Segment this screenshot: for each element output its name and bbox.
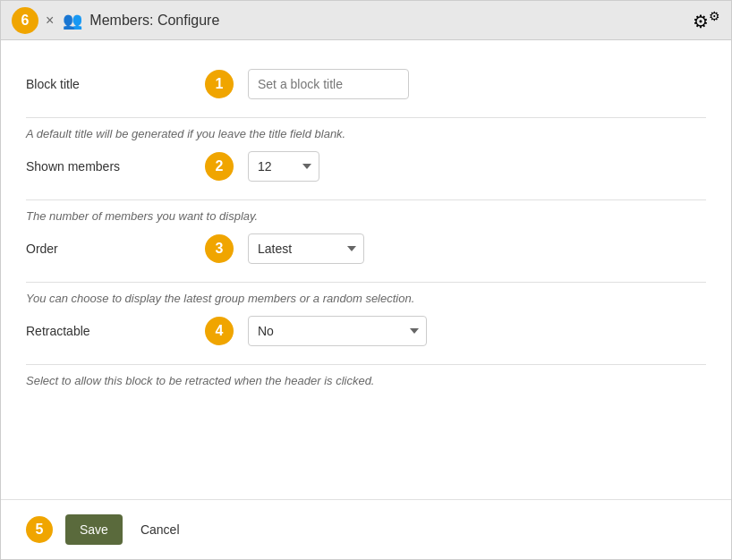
shown-members-row: Shown members 2 4 8 12 16 20 24 [26,144,706,200]
page-title: Members: Configure [89,13,693,29]
retractable-select[interactable]: No Yes [248,316,427,346]
shown-members-label: Shown members [26,159,205,174]
titlebar-step-badge: 6 [12,7,38,34]
order-select[interactable]: Latest Random [248,233,364,264]
order-hint: You can choose to display the latest gro… [26,283,706,305]
step-4-badge: 4 [205,317,234,345]
order-row: Order 3 Latest Random [26,226,706,283]
retractable-label: Retractable [26,324,205,338]
close-button[interactable]: × [46,13,54,29]
step-5-badge: 5 [26,516,53,543]
block-title-label: Block title [26,77,205,91]
block-title-hint: A default title will be generated if you… [26,118,706,140]
save-button[interactable]: Save [65,514,123,545]
order-label: Order [26,242,205,256]
form-content: Block title 1 A default title will be ge… [1,40,731,499]
step-1-badge: 1 [205,70,234,98]
step-3-badge: 3 [205,234,234,263]
shown-members-select[interactable]: 4 8 12 16 20 24 [248,151,319,182]
members-icon: 👥 [63,11,82,30]
block-title-row: Block title 1 [26,62,706,118]
form-footer: 5 Save Cancel [1,499,731,559]
shown-members-section: Shown members 2 4 8 12 16 20 24 The numb… [26,144,706,226]
shown-members-hint: The number of members you want to displa… [26,200,706,223]
retractable-hint: Select to allow this block to be retract… [26,365,706,387]
block-title-input[interactable] [248,69,409,99]
retractable-row: Retractable 4 No Yes [26,309,706,365]
retractable-section: Retractable 4 No Yes Select to allow thi… [26,309,706,391]
block-title-section: Block title 1 A default title will be ge… [26,62,706,144]
titlebar: 6 × 👥 Members: Configure ⚙⚙ [1,1,731,40]
settings-icon[interactable]: ⚙⚙ [693,10,720,30]
cancel-button[interactable]: Cancel [130,514,191,545]
order-section: Order 3 Latest Random You can choose to … [26,226,706,309]
configure-window: 6 × 👥 Members: Configure ⚙⚙ Block title … [0,0,732,560]
step-2-badge: 2 [205,152,234,181]
